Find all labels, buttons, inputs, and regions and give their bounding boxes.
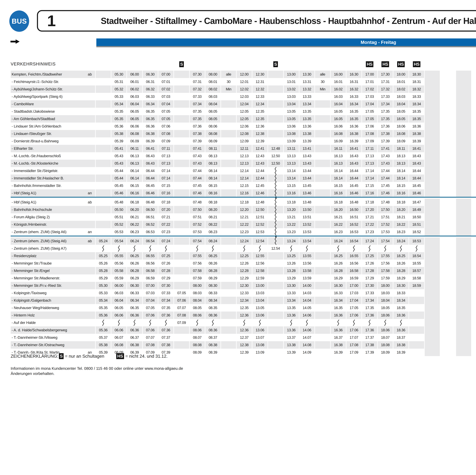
time-cell — [409, 341, 425, 349]
time-cell: 16.34 — [331, 297, 346, 304]
empty-cell — [425, 115, 440, 123]
time-cell: 13.06 — [284, 123, 299, 130]
time-cell: 12.05 — [237, 108, 252, 115]
time-cell — [315, 115, 331, 123]
empty-cell — [456, 123, 472, 130]
time-cell: 12.30 — [237, 282, 252, 289]
time-cell — [221, 228, 237, 236]
arrival-departure-note — [87, 334, 96, 341]
time-cell: 06.45 — [143, 182, 158, 189]
empty-cell — [425, 189, 440, 197]
time-cell — [315, 189, 331, 197]
time-cell — [221, 245, 237, 252]
time-cell: 16.05 — [331, 108, 346, 115]
time-cell: 16.24 — [331, 237, 346, 245]
time-cell — [315, 311, 331, 319]
empty-cell — [425, 252, 440, 260]
empty-cell — [456, 311, 472, 319]
time-cell: 07.04 — [158, 100, 174, 108]
time-cell: 17.34 — [362, 297, 378, 304]
time-cell: 07.34 — [190, 100, 205, 108]
time-cell: 16.16 — [331, 189, 346, 197]
empty-cell — [456, 297, 472, 304]
stop-name: - Immenstädter Str./Haslacher B. — [11, 175, 87, 182]
time-cell: 12.39 — [252, 137, 268, 145]
time-cell — [409, 304, 425, 311]
time-cell: 08.26 — [205, 260, 221, 267]
time-cell: 14.03 — [299, 289, 315, 297]
time-cell: 12.36 — [237, 326, 252, 334]
separator-cell — [331, 236, 346, 237]
time-cell: 06.21 — [127, 213, 143, 221]
time-cell — [315, 297, 331, 304]
time-cell: 08.08 — [205, 130, 221, 137]
time-cell — [221, 267, 237, 274]
time-cell: 16.02 — [331, 85, 346, 93]
empty-cell — [472, 252, 476, 260]
time-cell: 07.35 — [190, 115, 205, 123]
time-cell: 16.35 — [346, 108, 362, 115]
holiday-restriction-icon: HS — [366, 61, 373, 67]
time-cell: 13.25 — [284, 252, 299, 260]
time-cell: 06.07 — [111, 334, 127, 341]
time-cell — [409, 319, 425, 326]
time-cell: 14.06 — [299, 326, 315, 334]
time-cell — [221, 304, 237, 311]
skip-wave-icon — [252, 245, 268, 252]
time-cell — [268, 93, 284, 100]
time-cell: 05.43 — [111, 152, 127, 160]
time-cell: 07.23 — [158, 228, 174, 236]
empty-cell — [425, 137, 440, 145]
time-cell: 13.44 — [299, 175, 315, 182]
time-cell: 13.35 — [284, 304, 299, 311]
time-cell — [268, 289, 284, 297]
time-cell: 06.04 — [127, 100, 143, 108]
time-cell: 07.25 — [158, 252, 174, 260]
empty-cell — [440, 274, 456, 282]
arrival-departure-note — [87, 130, 96, 137]
time-cell: 06.02 — [127, 85, 143, 93]
holiday-restriction-icon: HS — [116, 353, 124, 359]
time-cell — [174, 78, 190, 85]
time-cell — [221, 349, 237, 356]
skip-wave-icon — [143, 319, 158, 326]
stop-name: - Hbf (Steig A1) — [11, 198, 87, 206]
separator-cell — [174, 236, 190, 237]
empty-cell — [456, 213, 472, 221]
time-cell: 07.48 — [190, 198, 205, 206]
arrival-departure-note — [87, 115, 96, 123]
time-cell: 07.38 — [190, 130, 205, 137]
time-cell: 06.00 — [111, 282, 127, 289]
empty-cell — [425, 175, 440, 182]
time-cell: 13.06 — [252, 326, 268, 334]
time-cell: 18.55 — [409, 260, 425, 267]
time-cell: 12.45 — [252, 182, 268, 189]
empty-cell — [425, 167, 440, 175]
time-cell: 16.14 — [331, 175, 346, 182]
time-cell: 07.06 — [174, 297, 190, 304]
empty-cell — [425, 260, 440, 267]
time-cell: 12.28 — [237, 267, 252, 274]
time-cell: 06.11 — [127, 145, 143, 152]
time-cell: 08.34 — [205, 297, 221, 304]
time-cell: 13.34 — [299, 100, 315, 108]
time-cell — [315, 93, 331, 100]
time-cell — [174, 206, 190, 213]
skip-wave-icon — [205, 245, 221, 252]
time-cell: 17.48 — [378, 198, 393, 206]
time-cell: 18.45 — [409, 182, 425, 189]
time-cell: 13.35 — [299, 108, 315, 115]
time-cell: 17.34 — [378, 100, 393, 108]
time-cell — [174, 252, 190, 260]
time-cell: 07.35 — [190, 108, 205, 115]
time-cell: 13.13 — [284, 152, 299, 160]
time-cell: 12.01 — [237, 78, 252, 85]
empty-cell — [472, 137, 476, 145]
day-type-label: Montag - Freitag — [361, 40, 396, 45]
empty-cell — [472, 341, 476, 349]
empty-cell — [440, 78, 456, 85]
column-header-cell — [96, 60, 111, 68]
empty-cell — [440, 267, 456, 274]
time-cell: 17.39 — [378, 137, 393, 145]
time-cell — [96, 93, 111, 100]
